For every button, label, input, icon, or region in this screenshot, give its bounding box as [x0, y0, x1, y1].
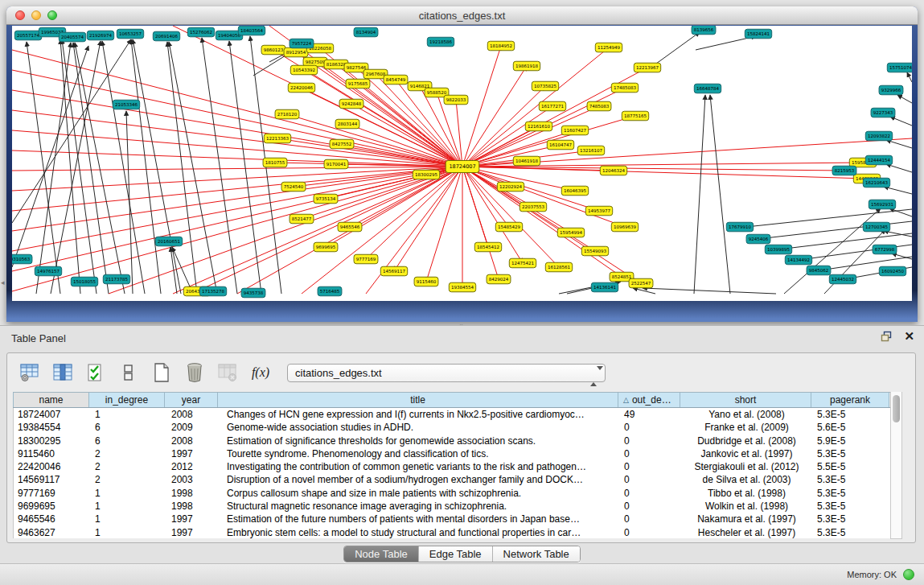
network-node[interactable]: 10969639: [611, 222, 638, 232]
network-node[interactable]: 15276062: [187, 27, 214, 37]
network-node[interactable]: 2522547: [629, 278, 653, 288]
table-mode-icon[interactable]: [18, 361, 41, 384]
network-node[interactable]: 21053346: [113, 100, 139, 109]
network-node[interactable]: 20691406: [153, 31, 179, 41]
network-node[interactable]: 8215953: [832, 166, 856, 175]
network-node[interactable]: 17679910: [726, 222, 753, 232]
column-header-name[interactable]: name: [13, 393, 89, 407]
network-node[interactable]: 19384554: [449, 282, 475, 292]
network-node[interactable]: 9699695: [314, 242, 338, 252]
network-node[interactable]: 16092450: [879, 266, 906, 276]
network-node[interactable]: 16104747: [547, 140, 573, 150]
network-node[interactable]: 12161610: [525, 122, 552, 131]
delete-table-icon[interactable]: [216, 361, 239, 384]
network-node[interactable]: 8912954: [284, 47, 308, 57]
table-selector-dropdown[interactable]: citations_edges.txt: [287, 364, 606, 382]
table-row[interactable]: 946362711997Embryonic stem cells: a mode…: [14, 526, 890, 538]
network-node[interactable]: 9465546: [338, 222, 362, 232]
network-node[interactable]: 9175685: [346, 79, 370, 89]
network-node[interactable]: 9170041: [324, 159, 348, 169]
network-node[interactable]: 18403564: [238, 26, 265, 35]
network-node[interactable]: 9822033: [444, 95, 468, 105]
network-node[interactable]: 12444154: [865, 155, 892, 165]
network-node[interactable]: 18184952: [487, 41, 514, 51]
network-node[interactable]: 12445032: [829, 274, 856, 284]
table-vertical-scrollbar[interactable]: [890, 392, 902, 539]
network-node[interactable]: 12213363: [264, 134, 290, 143]
network-node[interactable]: 10735825: [532, 81, 558, 91]
network-node[interactable]: 15692931: [869, 200, 895, 209]
network-node[interactable]: 17135278: [199, 286, 226, 296]
select-columns-icon[interactable]: [84, 361, 107, 384]
network-node[interactable]: 12213967: [634, 63, 660, 72]
network-node[interactable]: 17485083: [611, 83, 638, 93]
network-node[interactable]: 16046395: [561, 186, 588, 196]
network-node[interactable]: 11607427: [561, 126, 588, 135]
table-row[interactable]: 1872400712008Changes of HCN gene express…: [14, 408, 890, 421]
network-node[interactable]: 6772998: [873, 245, 897, 254]
network-node[interactable]: 18775165: [622, 111, 648, 121]
network-node[interactable]: 14569117: [380, 266, 407, 276]
table-row[interactable]: 946554611997Estimation of the future num…: [14, 513, 890, 525]
network-node[interactable]: 12700345: [863, 222, 889, 232]
float-panel-icon[interactable]: [881, 331, 893, 342]
column-header-year[interactable]: year: [165, 393, 218, 407]
close-panel-icon[interactable]: ✕: [904, 331, 914, 342]
column-header-in_degree[interactable]: in_degree: [89, 393, 165, 407]
network-node[interactable]: 15485429: [495, 222, 522, 232]
network-node[interactable]: 9845062: [807, 266, 831, 275]
network-node[interactable]: 12046324: [600, 166, 626, 175]
network-hub-node[interactable]: 18724007: [446, 161, 479, 173]
network-node[interactable]: 9310563: [12, 254, 32, 264]
network-node[interactable]: 14953977: [585, 206, 612, 216]
network-node[interactable]: 10461918: [513, 156, 540, 166]
network-node[interactable]: 16648784: [694, 84, 721, 93]
network-node[interactable]: 7524540: [281, 182, 306, 192]
column-header-out_de[interactable]: △out_de…: [618, 393, 680, 407]
network-node[interactable]: 15018055: [71, 277, 97, 286]
network-node[interactable]: 20557174: [14, 31, 41, 40]
show-column-icon[interactable]: [51, 361, 74, 384]
network-node[interactable]: 16210643: [863, 178, 889, 187]
function-builder-icon[interactable]: f(x): [249, 361, 272, 384]
network-node[interactable]: 10653257: [117, 29, 143, 39]
network-node[interactable]: 8427552: [330, 139, 354, 149]
network-node[interactable]: 5716485: [318, 286, 342, 296]
network-node[interactable]: 21173785: [103, 274, 129, 284]
network-node[interactable]: 8134904: [354, 27, 378, 37]
column-header-title[interactable]: title: [218, 393, 618, 407]
network-node[interactable]: 9860123: [261, 45, 285, 55]
network-node[interactable]: 2803144: [335, 119, 359, 129]
column-header-short[interactable]: short: [680, 393, 811, 407]
table-row[interactable]: 1938455462009Genome-wide association stu…: [14, 421, 890, 434]
network-node[interactable]: 16177271: [539, 101, 565, 111]
network-node[interactable]: 12475421: [509, 258, 536, 268]
tab-edge-table[interactable]: Edge Table: [419, 546, 493, 562]
delete-column-icon[interactable]: [183, 361, 206, 384]
network-node[interactable]: 14976157: [35, 266, 61, 276]
network-node[interactable]: 8454749: [384, 75, 408, 84]
network-node[interactable]: 19218586: [427, 37, 454, 47]
panel-collapse-arrow-icon[interactable]: ◂: [1, 278, 5, 286]
network-node[interactable]: 9777169: [354, 254, 378, 264]
network-node[interactable]: 8521477: [290, 214, 314, 224]
network-node[interactable]: 19861918: [513, 61, 540, 71]
tab-node-table[interactable]: Node Table: [344, 546, 419, 562]
table-row[interactable]: 969969511998Structural magnetic resonanc…: [14, 500, 890, 513]
table-row[interactable]: 2242004622012Investigating the contribut…: [14, 460, 890, 473]
network-node[interactable]: 9735134: [314, 194, 338, 204]
network-node[interactable]: 14136141: [591, 282, 618, 292]
network-node[interactable]: 13216107: [577, 146, 604, 155]
network-node[interactable]: 9435738: [241, 288, 265, 298]
network-node[interactable]: 16128561: [545, 262, 572, 272]
network-node[interactable]: 15751074: [887, 63, 912, 72]
network-node[interactable]: 18300295: [413, 170, 439, 179]
network-node[interactable]: 11254949: [595, 43, 622, 52]
network-node[interactable]: 9242848: [339, 99, 363, 109]
row-height-icon[interactable]: [117, 361, 140, 384]
network-node[interactable]: 20405574: [59, 32, 85, 42]
network-node[interactable]: 12202924: [497, 182, 524, 192]
network-node[interactable]: 7485083: [587, 101, 611, 111]
network-node[interactable]: 1810755: [263, 158, 287, 167]
network-canvas[interactable]: 9860123891295418226058982750981863281054…: [12, 26, 912, 301]
